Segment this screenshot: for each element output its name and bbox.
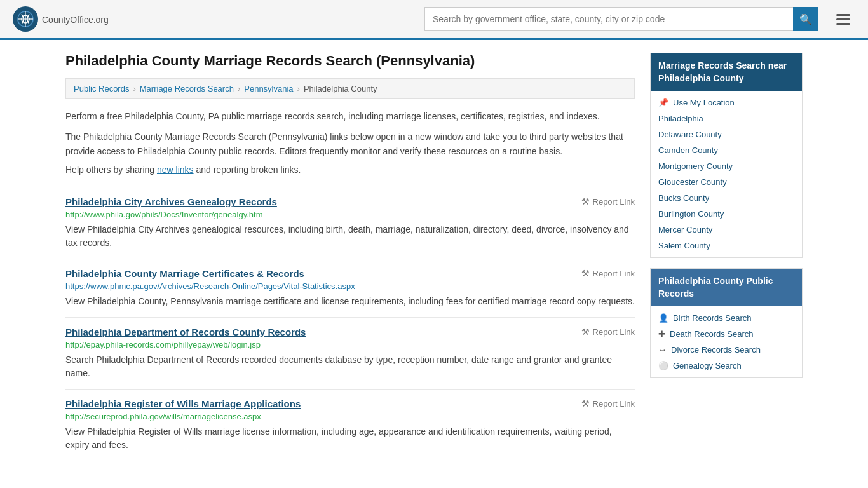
content-area: Philadelphia County Marriage Records Sea… — [65, 53, 635, 461]
sidebar-item-salem-county[interactable]: Salem County — [651, 238, 802, 254]
sidebar-link-death-records[interactable]: Death Records Search — [670, 329, 754, 339]
sidebar-public-records-header: Philadelphia County Public Records — [651, 269, 802, 306]
sidebar-link-genealogy-search[interactable]: Genealogy Search — [673, 361, 742, 370]
arrows-icon: ↔ — [658, 345, 667, 355]
sidebar-link-montgomery-county[interactable]: Montgomery County — [658, 161, 733, 171]
person-icon: 👤 — [658, 313, 668, 323]
sidebar-link-divorce-records[interactable]: Divorce Records Search — [671, 345, 761, 355]
report-link-1[interactable]: ⚒ Report Link — [581, 268, 635, 278]
sidebar-item-use-my-location[interactable]: 📌 Use My Location — [651, 95, 802, 111]
sidebar-item-divorce-records[interactable]: ↔ Divorce Records Search — [651, 342, 802, 358]
menu-button[interactable] — [831, 11, 855, 27]
record-title-1[interactable]: Philadelphia County Marriage Certificate… — [65, 268, 304, 279]
record-title-0[interactable]: Philadelphia City Archives Genealogy Rec… — [65, 196, 277, 207]
report-link-0[interactable]: ⚒ Report Link — [581, 196, 635, 207]
logo-text: CountyOffice.org — [42, 13, 109, 26]
record-desc-3: View Philadelphia Register of Wills marr… — [65, 425, 635, 452]
sidebar-item-camden-county[interactable]: Camden County — [651, 142, 802, 158]
sidebar-link-camden-county[interactable]: Camden County — [658, 146, 718, 155]
sidebar-nearby-list: 📌 Use My Location Philadelphia Delaware … — [651, 91, 802, 257]
record-item-1: Philadelphia County Marriage Certificate… — [65, 259, 635, 318]
sidebar-link-birth-records[interactable]: Birth Records Search — [673, 313, 752, 323]
record-desc-1: View Philadelphia County, Pennsylvania m… — [65, 295, 635, 308]
breadcrumb-marriage-records[interactable]: Marriage Records Search — [140, 84, 234, 93]
sidebar-link-philadelphia[interactable]: Philadelphia — [658, 114, 703, 123]
help-text: Help others by sharing new links and rep… — [65, 165, 635, 175]
sidebar-item-philadelphia[interactable]: Philadelphia — [651, 111, 802, 126]
sidebar-item-delaware-county[interactable]: Delaware County — [651, 126, 802, 142]
sidebar-nearby-section: Marriage Records Search near Philadelphi… — [650, 53, 803, 258]
record-item-0: Philadelphia City Archives Genealogy Rec… — [65, 187, 635, 259]
logo-suffix: .org — [93, 15, 109, 25]
sidebar-public-records-list: 👤 Birth Records Search ✚ Death Records S… — [651, 306, 802, 377]
report-label-3: Report Link — [593, 399, 635, 409]
sidebar-link-delaware-county[interactable]: Delaware County — [658, 130, 722, 139]
sidebar-item-montgomery-county[interactable]: Montgomery County — [651, 158, 802, 174]
record-desc-2: Search Philadelphia Department of Record… — [65, 353, 635, 380]
menu-icon-line3 — [836, 23, 850, 25]
record-desc-0: View Philadelphia City Archives genealog… — [65, 223, 635, 250]
sidebar-link-bucks-county[interactable]: Bucks County — [658, 193, 709, 203]
sidebar-nearby-header: Marriage Records Search near Philadelphi… — [651, 53, 802, 91]
report-link-3[interactable]: ⚒ Report Link — [581, 398, 635, 409]
breadcrumb-sep2: › — [238, 84, 240, 93]
report-icon-2: ⚒ — [581, 327, 590, 337]
location-icon: 📌 — [658, 98, 668, 107]
menu-icon-line1 — [836, 14, 850, 16]
help-prefix: Help others by sharing — [65, 165, 157, 175]
site-header: CountyOffice.org 🔍 — [0, 0, 868, 40]
description-2: The Philadelphia County Marriage Records… — [65, 130, 635, 158]
breadcrumb-current: Philadelphia County — [304, 84, 377, 93]
logo-name: CountyOffice — [42, 15, 93, 25]
report-label-0: Report Link — [593, 197, 635, 207]
sidebar-link-gloucester-county[interactable]: Gloucester County — [658, 177, 727, 187]
record-url-0[interactable]: http://www.phila.gov/phils/Docs/Inventor… — [65, 210, 635, 219]
search-icon: 🔍 — [799, 13, 812, 25]
search-input[interactable] — [424, 7, 793, 31]
record-header-3: Philadelphia Register of Wills Marriage … — [65, 398, 635, 409]
sidebar-link-mercer-county[interactable]: Mercer County — [658, 225, 712, 234]
cross-icon: ✚ — [658, 329, 665, 339]
sidebar-item-gloucester-county[interactable]: Gloucester County — [651, 174, 802, 190]
page-title: Philadelphia County Marriage Records Sea… — [65, 53, 635, 69]
question-icon: ⚪ — [658, 361, 668, 370]
breadcrumb: Public Records › Marriage Records Search… — [65, 78, 635, 99]
sidebar-item-genealogy-search[interactable]: ⚪ Genealogy Search — [651, 358, 802, 374]
main-container: Philadelphia County Marriage Records Sea… — [53, 40, 815, 461]
record-title-3[interactable]: Philadelphia Register of Wills Marriage … — [65, 398, 301, 409]
records-list: Philadelphia City Archives Genealogy Rec… — [65, 187, 635, 461]
record-item-2: Philadelphia Department of Records Count… — [65, 318, 635, 390]
record-header-1: Philadelphia County Marriage Certificate… — [65, 268, 635, 279]
sidebar-item-bucks-county[interactable]: Bucks County — [651, 190, 802, 206]
record-url-1[interactable]: https://www.phmc.pa.gov/Archives/Researc… — [65, 281, 635, 291]
record-item-3: Philadelphia Register of Wills Marriage … — [65, 390, 635, 461]
sidebar-link-use-my-location[interactable]: Use My Location — [673, 98, 735, 107]
search-bar: 🔍 — [424, 7, 818, 31]
sidebar-item-death-records[interactable]: ✚ Death Records Search — [651, 326, 802, 342]
logo-link[interactable]: CountyOffice.org — [13, 6, 109, 32]
report-link-2[interactable]: ⚒ Report Link — [581, 327, 635, 337]
report-label-1: Report Link — [593, 269, 635, 278]
logo-icon — [13, 6, 38, 32]
breadcrumb-public-records[interactable]: Public Records — [74, 84, 129, 93]
sidebar-item-mercer-county[interactable]: Mercer County — [651, 222, 802, 238]
record-url-3[interactable]: http://secureprod.phila.gov/wills/marria… — [65, 412, 635, 421]
breadcrumb-pennsylvania[interactable]: Pennsylvania — [244, 84, 293, 93]
report-label-2: Report Link — [593, 327, 635, 337]
sidebar-link-burlington-county[interactable]: Burlington County — [658, 209, 724, 219]
sidebar-link-salem-county[interactable]: Salem County — [658, 241, 710, 250]
sidebar-item-burlington-county[interactable]: Burlington County — [651, 206, 802, 222]
sidebar-public-records-section: Philadelphia County Public Records 👤 Bir… — [650, 268, 803, 378]
menu-icon-line2 — [836, 18, 850, 20]
record-header-0: Philadelphia City Archives Genealogy Rec… — [65, 196, 635, 207]
sidebar-item-birth-records[interactable]: 👤 Birth Records Search — [651, 310, 802, 326]
record-url-2[interactable]: http://epay.phila-records.com/phillyepay… — [65, 340, 635, 349]
breadcrumb-sep3: › — [297, 84, 300, 93]
sidebar: Marriage Records Search near Philadelphi… — [650, 53, 803, 461]
search-button[interactable]: 🔍 — [793, 7, 818, 31]
record-title-2[interactable]: Philadelphia Department of Records Count… — [65, 327, 306, 337]
record-header-2: Philadelphia Department of Records Count… — [65, 327, 635, 337]
new-links-link[interactable]: new links — [157, 165, 194, 175]
help-suffix: and reporting broken links. — [194, 165, 301, 175]
description-1: Perform a free Philadelphia County, PA p… — [65, 109, 635, 123]
